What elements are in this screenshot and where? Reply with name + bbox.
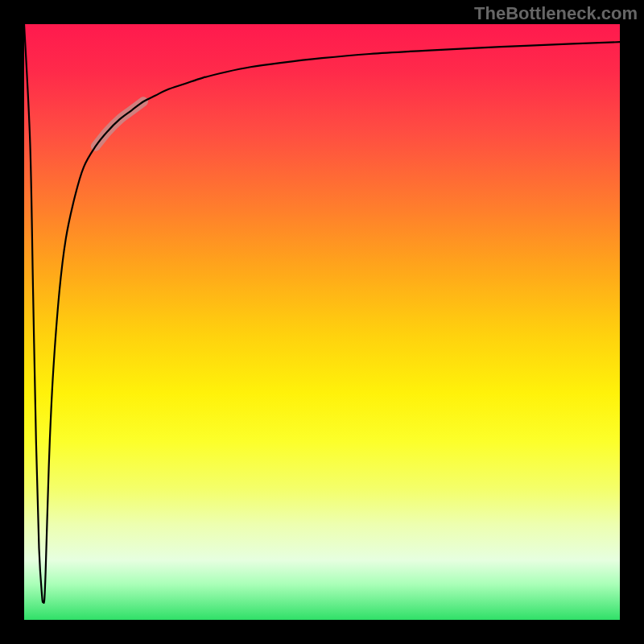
plot-area — [24, 24, 620, 620]
highlight-segment — [96, 101, 143, 147]
attribution-text: TheBottleneck.com — [474, 3, 638, 24]
curve-line — [24, 24, 620, 603]
curve-svg — [24, 24, 620, 620]
chart-frame: TheBottleneck.com — [0, 0, 644, 644]
